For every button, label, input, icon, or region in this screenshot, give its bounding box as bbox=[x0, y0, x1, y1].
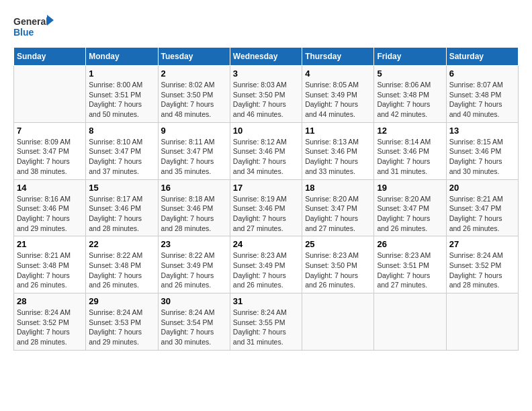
day-info: Sunrise: 8:18 AMSunset: 3:46 PMDaylight:… bbox=[161, 194, 227, 234]
svg-text:General: General bbox=[13, 16, 48, 27]
col-header-friday: Friday bbox=[374, 48, 446, 66]
week-row-3: 14Sunrise: 8:16 AMSunset: 3:46 PMDayligh… bbox=[14, 179, 519, 236]
day-number: 19 bbox=[377, 183, 443, 193]
day-number: 18 bbox=[305, 183, 371, 193]
day-number: 22 bbox=[89, 239, 154, 249]
day-info: Sunrise: 8:14 AMSunset: 3:46 PMDaylight:… bbox=[377, 137, 443, 177]
day-cell: 8Sunrise: 8:10 AMSunset: 3:47 PMDaylight… bbox=[86, 122, 158, 179]
day-number: 28 bbox=[17, 296, 83, 306]
day-cell: 3Sunrise: 8:03 AMSunset: 3:50 PMDaylight… bbox=[230, 66, 302, 123]
week-row-5: 28Sunrise: 8:24 AMSunset: 3:52 PMDayligh… bbox=[14, 293, 519, 351]
day-info: Sunrise: 8:10 AMSunset: 3:47 PMDaylight:… bbox=[89, 137, 154, 177]
day-cell: 21Sunrise: 8:21 AMSunset: 3:48 PMDayligh… bbox=[14, 236, 86, 293]
day-info: Sunrise: 8:24 AMSunset: 3:54 PMDaylight:… bbox=[161, 308, 227, 347]
calendar-table: SundayMondayTuesdayWednesdayThursdayFrid… bbox=[13, 47, 519, 351]
day-info: Sunrise: 8:06 AMSunset: 3:48 PMDaylight:… bbox=[377, 80, 443, 120]
day-number: 10 bbox=[233, 126, 299, 136]
day-info: Sunrise: 8:03 AMSunset: 3:50 PMDaylight:… bbox=[233, 80, 299, 120]
day-cell: 11Sunrise: 8:13 AMSunset: 3:46 PMDayligh… bbox=[302, 122, 374, 179]
col-header-saturday: Saturday bbox=[446, 48, 518, 66]
day-cell: 13Sunrise: 8:15 AMSunset: 3:46 PMDayligh… bbox=[446, 122, 518, 179]
col-header-tuesday: Tuesday bbox=[158, 48, 230, 66]
header-row: SundayMondayTuesdayWednesdayThursdayFrid… bbox=[14, 48, 519, 66]
day-number: 7 bbox=[17, 126, 83, 136]
day-cell: 7Sunrise: 8:09 AMSunset: 3:47 PMDaylight… bbox=[14, 122, 86, 179]
day-info: Sunrise: 8:23 AMSunset: 3:49 PMDaylight:… bbox=[233, 250, 299, 290]
week-row-4: 21Sunrise: 8:21 AMSunset: 3:48 PMDayligh… bbox=[14, 236, 519, 293]
day-cell: 29Sunrise: 8:24 AMSunset: 3:53 PMDayligh… bbox=[86, 293, 158, 351]
col-header-wednesday: Wednesday bbox=[230, 48, 302, 66]
day-number: 17 bbox=[233, 183, 299, 193]
day-number: 3 bbox=[233, 68, 299, 79]
col-header-sunday: Sunday bbox=[14, 48, 86, 66]
day-number: 5 bbox=[377, 68, 443, 79]
day-info: Sunrise: 8:17 AMSunset: 3:46 PMDaylight:… bbox=[89, 194, 154, 234]
day-cell: 19Sunrise: 8:20 AMSunset: 3:47 PMDayligh… bbox=[374, 179, 446, 236]
day-info: Sunrise: 8:12 AMSunset: 3:46 PMDaylight:… bbox=[233, 137, 299, 177]
page-header: GeneralBlue bbox=[13, 13, 519, 40]
day-cell: 12Sunrise: 8:14 AMSunset: 3:46 PMDayligh… bbox=[374, 122, 446, 179]
day-cell: 18Sunrise: 8:20 AMSunset: 3:47 PMDayligh… bbox=[302, 179, 374, 236]
day-info: Sunrise: 8:02 AMSunset: 3:50 PMDaylight:… bbox=[161, 80, 227, 120]
week-row-2: 7Sunrise: 8:09 AMSunset: 3:47 PMDaylight… bbox=[14, 122, 519, 179]
day-info: Sunrise: 8:23 AMSunset: 3:51 PMDaylight:… bbox=[377, 250, 443, 290]
day-cell: 31Sunrise: 8:24 AMSunset: 3:55 PMDayligh… bbox=[230, 293, 302, 351]
day-cell: 14Sunrise: 8:16 AMSunset: 3:46 PMDayligh… bbox=[14, 179, 86, 236]
logo-icon: GeneralBlue bbox=[13, 13, 54, 40]
day-cell: 22Sunrise: 8:22 AMSunset: 3:48 PMDayligh… bbox=[86, 236, 158, 293]
day-cell: 26Sunrise: 8:23 AMSunset: 3:51 PMDayligh… bbox=[374, 236, 446, 293]
day-number: 16 bbox=[161, 183, 227, 193]
day-info: Sunrise: 8:24 AMSunset: 3:52 PMDaylight:… bbox=[17, 308, 83, 347]
day-number: 27 bbox=[449, 239, 515, 249]
day-number: 23 bbox=[161, 239, 227, 249]
day-info: Sunrise: 8:16 AMSunset: 3:46 PMDaylight:… bbox=[17, 194, 83, 234]
day-cell: 15Sunrise: 8:17 AMSunset: 3:46 PMDayligh… bbox=[86, 179, 158, 236]
day-info: Sunrise: 8:20 AMSunset: 3:47 PMDaylight:… bbox=[377, 194, 443, 234]
day-info: Sunrise: 8:11 AMSunset: 3:47 PMDaylight:… bbox=[161, 137, 227, 177]
day-number: 14 bbox=[17, 183, 83, 193]
day-cell: 28Sunrise: 8:24 AMSunset: 3:52 PMDayligh… bbox=[14, 293, 86, 351]
day-cell bbox=[374, 293, 446, 351]
day-number: 1 bbox=[89, 68, 154, 79]
day-info: Sunrise: 8:07 AMSunset: 3:48 PMDaylight:… bbox=[449, 80, 515, 120]
logo: GeneralBlue bbox=[13, 13, 54, 40]
day-cell: 2Sunrise: 8:02 AMSunset: 3:50 PMDaylight… bbox=[158, 66, 230, 123]
day-number: 13 bbox=[449, 126, 515, 136]
week-row-1: 1Sunrise: 8:00 AMSunset: 3:51 PMDaylight… bbox=[14, 66, 519, 123]
col-header-monday: Monday bbox=[86, 48, 158, 66]
day-cell: 23Sunrise: 8:22 AMSunset: 3:49 PMDayligh… bbox=[158, 236, 230, 293]
day-info: Sunrise: 8:09 AMSunset: 3:47 PMDaylight:… bbox=[17, 137, 83, 177]
day-number: 2 bbox=[161, 68, 227, 79]
day-cell: 25Sunrise: 8:23 AMSunset: 3:50 PMDayligh… bbox=[302, 236, 374, 293]
day-info: Sunrise: 8:20 AMSunset: 3:47 PMDaylight:… bbox=[305, 194, 371, 234]
day-cell: 10Sunrise: 8:12 AMSunset: 3:46 PMDayligh… bbox=[230, 122, 302, 179]
day-info: Sunrise: 8:05 AMSunset: 3:49 PMDaylight:… bbox=[305, 80, 371, 120]
day-number: 9 bbox=[161, 126, 227, 136]
day-info: Sunrise: 8:22 AMSunset: 3:48 PMDaylight:… bbox=[89, 250, 154, 290]
day-cell bbox=[302, 293, 374, 351]
day-number: 21 bbox=[17, 239, 83, 249]
day-number: 30 bbox=[161, 296, 227, 306]
day-cell: 9Sunrise: 8:11 AMSunset: 3:47 PMDaylight… bbox=[158, 122, 230, 179]
day-number: 15 bbox=[89, 183, 154, 193]
day-cell: 27Sunrise: 8:24 AMSunset: 3:52 PMDayligh… bbox=[446, 236, 518, 293]
day-info: Sunrise: 8:23 AMSunset: 3:50 PMDaylight:… bbox=[305, 250, 371, 290]
day-cell: 4Sunrise: 8:05 AMSunset: 3:49 PMDaylight… bbox=[302, 66, 374, 123]
day-cell bbox=[14, 66, 86, 123]
day-number: 25 bbox=[305, 239, 371, 249]
day-info: Sunrise: 8:19 AMSunset: 3:46 PMDaylight:… bbox=[233, 194, 299, 234]
day-cell: 30Sunrise: 8:24 AMSunset: 3:54 PMDayligh… bbox=[158, 293, 230, 351]
day-number: 29 bbox=[89, 296, 154, 306]
day-cell: 1Sunrise: 8:00 AMSunset: 3:51 PMDaylight… bbox=[86, 66, 158, 123]
day-number: 31 bbox=[233, 296, 299, 306]
day-info: Sunrise: 8:24 AMSunset: 3:53 PMDaylight:… bbox=[89, 308, 154, 347]
day-number: 20 bbox=[449, 183, 515, 193]
svg-marker-2 bbox=[47, 15, 54, 26]
day-info: Sunrise: 8:24 AMSunset: 3:55 PMDaylight:… bbox=[233, 308, 299, 347]
day-cell: 17Sunrise: 8:19 AMSunset: 3:46 PMDayligh… bbox=[230, 179, 302, 236]
day-number: 11 bbox=[305, 126, 371, 136]
day-info: Sunrise: 8:21 AMSunset: 3:47 PMDaylight:… bbox=[449, 194, 515, 234]
day-info: Sunrise: 8:13 AMSunset: 3:46 PMDaylight:… bbox=[305, 137, 371, 177]
day-info: Sunrise: 8:21 AMSunset: 3:48 PMDaylight:… bbox=[17, 250, 83, 290]
col-header-thursday: Thursday bbox=[302, 48, 374, 66]
